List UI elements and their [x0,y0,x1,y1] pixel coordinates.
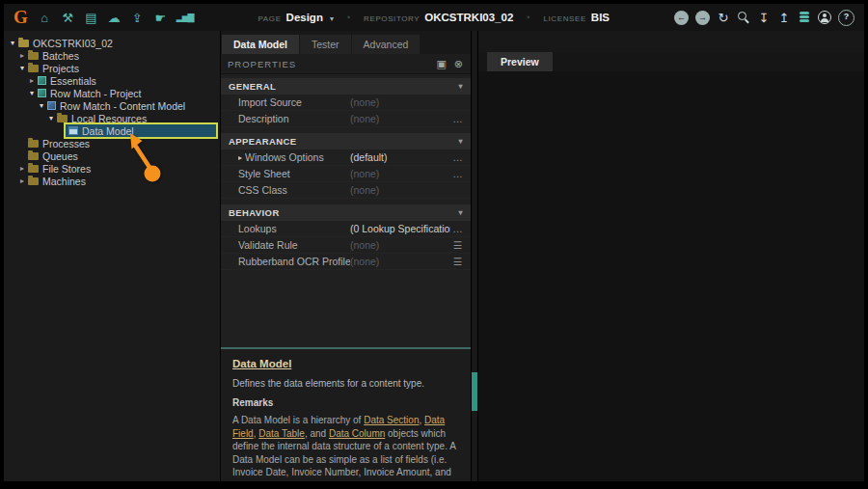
expander-icon[interactable] [46,114,56,122]
property-row-description[interactable]: Description (none) … [221,111,471,127]
ellipsis-button[interactable]: … [450,223,465,234]
ellipsis-button[interactable]: … [450,113,465,124]
chevron-right-icon[interactable] [238,153,242,162]
doc-summary: Defines the data elements for a content … [232,378,459,389]
doc-text: A Data Model is a hierarchy of [232,415,364,425]
tree-item-projects[interactable]: Projects [4,62,220,74]
menu-button[interactable]: ☰ [450,256,465,267]
property-row-windows-options[interactable]: Windows Options (default) … [221,149,471,166]
approve-icon[interactable]: ☛ [153,11,168,25]
property-value: (none) [350,239,450,251]
folder-icon [28,52,39,60]
section-appearance[interactable]: APPEARANCE [221,133,471,149]
search-icon[interactable] [737,11,750,24]
top-toolbar: G ⌂ ⚒ ▤ ☁ ⇪ ☛ ▂▅▇ PAGE Design ▾ • REPOSI… [4,4,864,31]
doc-body-text: A Data Model is a hierarchy of Data Sect… [232,414,459,481]
section-behavior[interactable]: BEHAVIOR [221,204,471,221]
forward-icon[interactable]: → [695,11,710,25]
section-general[interactable]: GENERAL [221,78,471,95]
property-value: (none) [350,168,450,179]
expander-icon[interactable] [17,177,27,185]
tree-item-queues[interactable]: Queues [4,149,220,162]
stats-icon[interactable]: ▂▅▇ [176,13,194,22]
tree-item-file-stores[interactable]: File Stores [4,162,220,175]
licensee-label: LICENSEE [543,14,585,23]
disk-icon[interactable]: ▤ [84,11,98,25]
help-icon[interactable]: ? [838,10,854,26]
upload-icon[interactable]: ↥ [777,11,791,25]
page-selector[interactable]: PAGE Design ▾ [258,12,334,23]
cloud-upload-icon[interactable]: ☁ [107,11,122,25]
property-row-import-source[interactable]: Import Source (none) [221,95,471,111]
property-row-validate-rule[interactable]: Validate Rule (none) ☰ [221,237,471,254]
property-row-style-sheet[interactable]: Style Sheet (none) … [221,166,471,182]
tree-item-label: Queues [42,150,78,162]
doc-link-data-section[interactable]: Data Section [364,415,419,425]
tree-item-machines[interactable]: Machines [4,175,220,187]
tree-item-processes[interactable]: Processes [4,137,220,149]
chevron-down-icon[interactable] [459,137,463,146]
doc-text: , and [305,428,329,439]
scrollbar-thumb[interactable] [472,372,477,411]
property-row-rubberband-ocr-profile[interactable]: Rubberband OCR Profile (none) ☰ [221,254,471,270]
licensee-value: BIS [591,12,610,23]
menu-button[interactable]: ☰ [450,239,465,251]
layers-icon[interactable] [798,11,811,24]
project-icon [38,89,46,97]
documentation-panel: Data Model Defines the data elements for… [221,347,471,481]
save-icon[interactable]: ▣ [436,58,447,70]
tab-preview[interactable]: Preview [487,52,553,71]
doc-link-data-column[interactable]: Data Column [329,428,385,439]
tree-item-essentials[interactable]: Essentials [4,74,220,87]
expander-icon[interactable] [17,164,27,173]
repository-indicator: REPOSITORY OKCSTRKI03_02 [364,12,513,23]
account-icon[interactable] [818,11,831,24]
node-tree-sidebar: OKCSTRKI03_02 Batches Projects Essential… [4,31,221,481]
close-icon[interactable]: ⊗ [454,58,464,70]
chevron-down-icon[interactable]: ▾ [330,14,334,23]
tree-item-label: Machines [42,176,86,187]
tree-item-local-resources[interactable]: Local Resources [4,112,220,124]
property-label: Windows Options [245,151,324,163]
tab-advanced[interactable]: Advanced [352,35,420,54]
refresh-icon[interactable]: ↻ [717,11,730,25]
home-icon[interactable]: ⌂ [38,11,52,25]
download-icon[interactable]: ↧ [757,11,771,25]
expander-icon[interactable] [17,64,27,72]
expander-icon[interactable] [37,101,46,110]
expander-icon[interactable] [17,51,27,60]
tools-icon[interactable]: ⚒ [61,11,75,25]
back-icon[interactable]: ← [674,11,689,25]
tab-data-model[interactable]: Data Model [222,35,299,54]
property-row-css-class[interactable]: CSS Class (none) [221,182,471,199]
vertical-scrollbar[interactable] [472,31,478,481]
tree-item-row-match-content-model[interactable]: Row Match - Content Model [4,99,220,112]
doc-title-link[interactable]: Data Model [232,358,459,369]
tree-item-label: Batches [42,50,79,62]
doc-link-data-table[interactable]: Data Table [258,428,305,439]
chevron-down-icon[interactable] [459,208,463,217]
tree-item-batches[interactable]: Batches [4,49,220,62]
tree-item-data-model[interactable]: Data Model [4,124,220,137]
properties-actions: ▣ ⊗ [436,58,464,70]
ellipsis-button[interactable]: … [450,151,465,163]
separator-dot: • [527,13,529,22]
preview-panel: Preview [478,31,864,481]
tree-item-row-match-project[interactable]: Row Match - Project [4,87,220,99]
chevron-down-icon[interactable] [459,82,463,91]
app-window: G ⌂ ⚒ ▤ ☁ ⇪ ☛ ▂▅▇ PAGE Design ▾ • REPOSI… [4,4,864,481]
preview-tabstrip [478,31,864,52]
tab-tester[interactable]: Tester [300,35,351,54]
expander-icon[interactable] [8,39,17,47]
page-value[interactable]: Design [286,12,323,23]
ellipsis-button[interactable]: … [450,168,465,179]
folder-icon [28,177,39,185]
expander-icon[interactable] [27,76,37,85]
tree-item-repository-root[interactable]: OKCSTRKI03_02 [4,37,220,49]
selected-node-highlight[interactable]: Data Model [66,124,216,137]
import-tray-icon[interactable]: ⇪ [130,11,145,25]
tree-item-label: OKCSTRKI03_02 [33,38,113,49]
property-row-lookups[interactable]: Lookups (0 Lookup Specifications) … [221,221,471,237]
repository-label: REPOSITORY [364,14,420,23]
expander-icon[interactable] [27,89,37,97]
